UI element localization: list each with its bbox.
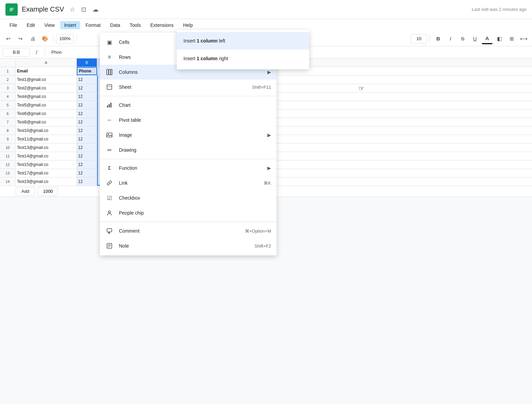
menu-item-comment[interactable]: Comment ⌘+Option+M bbox=[100, 223, 277, 238]
menu-item-link[interactable]: Link ⌘K bbox=[100, 175, 277, 190]
row-header-11[interactable]: 11 bbox=[0, 152, 15, 161]
cell-a7[interactable]: Test8@gmail.co bbox=[16, 118, 77, 126]
bold-button[interactable]: B bbox=[433, 33, 444, 44]
cell-a5[interactable]: Test5@gmail.co bbox=[16, 101, 77, 109]
insert-col-right-label: Insert 1 column right bbox=[183, 56, 228, 61]
row-header-6[interactable]: 6 bbox=[0, 110, 15, 118]
italic-button[interactable]: I bbox=[445, 33, 456, 44]
cell-b6[interactable]: 12 bbox=[77, 110, 97, 118]
row-header-7[interactable]: 7 bbox=[0, 118, 15, 127]
menu-edit[interactable]: Edit bbox=[23, 21, 39, 29]
add-button[interactable]: Add bbox=[16, 187, 35, 196]
people-label: People chip bbox=[119, 210, 271, 216]
row-header-12[interactable]: 12 bbox=[0, 161, 15, 169]
zoom-input[interactable] bbox=[56, 34, 74, 44]
cell-b3[interactable]: 12 bbox=[77, 84, 97, 92]
cell-a11[interactable]: Test14@gmail.co bbox=[16, 152, 77, 160]
submenu-insert-col-left[interactable]: Insert 1 column left bbox=[177, 32, 309, 50]
row-header-4[interactable]: 4 bbox=[0, 92, 15, 101]
pivot-label: Pivot table bbox=[119, 117, 271, 123]
link-label: Link bbox=[119, 180, 264, 186]
menu-item-checkbox[interactable]: ☑ Checkbox bbox=[100, 190, 277, 205]
cell-b12[interactable]: 12 bbox=[77, 161, 97, 169]
submenu-insert-col-right[interactable]: Insert 1 column right bbox=[177, 50, 309, 67]
row-header-14[interactable]: 14 bbox=[0, 178, 15, 186]
star-icon[interactable]: ☆ bbox=[68, 4, 76, 15]
row-header-2[interactable]: 2 bbox=[0, 75, 15, 84]
cell-a10[interactable]: Test13@gmail.co bbox=[16, 144, 77, 152]
menu-file[interactable]: File bbox=[5, 21, 21, 29]
menu-extensions[interactable]: Extensions bbox=[146, 21, 177, 29]
chart-icon bbox=[105, 101, 113, 109]
strikethrough-button[interactable]: S bbox=[457, 33, 468, 44]
row-header-1[interactable]: 1 bbox=[0, 67, 15, 75]
cell-a6[interactable]: Test6@gmail.co bbox=[16, 110, 77, 118]
menu-item-pivot[interactable]: ↔ Pivot table bbox=[100, 113, 277, 128]
menu-item-drawing[interactable]: ✏ Drawing bbox=[100, 142, 277, 157]
menu-item-chart[interactable]: Chart bbox=[100, 98, 277, 113]
add-count-input[interactable] bbox=[38, 187, 58, 196]
cell-b4[interactable]: 12 bbox=[77, 92, 97, 101]
borders-button[interactable]: ⊞ bbox=[506, 33, 517, 44]
link-shortcut: ⌘K bbox=[264, 181, 271, 186]
toolbar-separator-1 bbox=[53, 35, 53, 43]
col-header-a[interactable]: A bbox=[16, 58, 77, 67]
row-header-9[interactable]: 9 bbox=[0, 135, 15, 144]
cell-b5[interactable]: 12 bbox=[77, 101, 97, 109]
fill-color-button[interactable]: ◧ bbox=[494, 33, 505, 44]
cell-a13[interactable]: Test17@gmail.co bbox=[16, 169, 77, 177]
cell-b7[interactable]: 12 bbox=[77, 118, 97, 126]
svg-rect-15 bbox=[107, 229, 112, 232]
divider-1 bbox=[100, 96, 277, 96]
cell-b9[interactable]: 12 bbox=[77, 135, 97, 143]
svg-rect-9 bbox=[107, 105, 108, 107]
row-header-8[interactable]: 8 bbox=[0, 127, 15, 135]
menu-insert[interactable]: Insert bbox=[60, 21, 80, 29]
cell-a3[interactable]: Test2@gmail.co bbox=[16, 84, 77, 92]
menu-tools[interactable]: Tools bbox=[126, 21, 145, 29]
redo-button[interactable]: ↪ bbox=[15, 33, 26, 44]
menu-format[interactable]: Format bbox=[82, 21, 105, 29]
menu-view[interactable]: View bbox=[40, 21, 59, 29]
paint-format-button[interactable]: 🎨 bbox=[39, 33, 50, 44]
undo-button[interactable]: ↩ bbox=[3, 33, 14, 44]
font-size-input[interactable] bbox=[411, 34, 427, 44]
cell-a9[interactable]: Test11@gmail.co bbox=[16, 135, 77, 143]
formula-function-icon[interactable]: ƒ bbox=[32, 48, 41, 57]
menu-item-people[interactable]: People chip bbox=[100, 205, 277, 220]
cell-b8[interactable]: 12 bbox=[77, 127, 97, 135]
cell-b14[interactable]: 12 bbox=[77, 178, 97, 186]
menu-item-note[interactable]: Note Shift+F2 bbox=[100, 238, 277, 253]
columns-icon bbox=[105, 68, 113, 76]
print-button[interactable]: 🖨 bbox=[27, 33, 38, 44]
cell-a1[interactable]: Email bbox=[16, 67, 77, 75]
cell-reference-box[interactable]: B:B bbox=[3, 48, 30, 57]
row-header-10[interactable]: 10 bbox=[0, 144, 15, 152]
cell-b1[interactable]: Phone bbox=[77, 67, 97, 75]
cell-b10[interactable]: 12 bbox=[77, 144, 97, 152]
cell-a12[interactable]: Test15@gmail.co bbox=[16, 161, 77, 169]
col-header-b[interactable]: B bbox=[77, 58, 97, 67]
chart-label: Chart bbox=[119, 102, 271, 108]
cloud-icon[interactable]: ☁ bbox=[91, 4, 100, 15]
folder-icon[interactable]: ⊡ bbox=[80, 4, 88, 15]
cell-b2[interactable]: 12 bbox=[77, 75, 97, 84]
cell-a14[interactable]: Test19@gmail.co bbox=[16, 178, 77, 186]
menu-data[interactable]: Data bbox=[106, 21, 124, 29]
row-headers: 1 2 3 4 5 6 7 8 9 10 11 12 13 14 bbox=[0, 58, 16, 186]
row-header-13[interactable]: 13 bbox=[0, 169, 15, 178]
menu-item-function[interactable]: Σ Function ▶ bbox=[100, 161, 277, 175]
merge-button[interactable]: ⟷ bbox=[518, 33, 529, 44]
cell-b11[interactable]: 12 bbox=[77, 152, 97, 160]
menu-item-image[interactable]: Image ▶ bbox=[100, 128, 277, 142]
cell-a2[interactable]: Test1@gmail.co bbox=[16, 75, 77, 84]
menu-help[interactable]: Help bbox=[179, 21, 197, 29]
cell-a8[interactable]: Test10@gmail.co bbox=[16, 127, 77, 135]
underline-button[interactable]: U bbox=[469, 33, 480, 44]
row-header-3[interactable]: 3 bbox=[0, 84, 15, 92]
cell-a4[interactable]: Test4@gmail.co bbox=[16, 92, 77, 101]
menu-item-sheet[interactable]: Sheet Shift+F11 bbox=[100, 80, 277, 95]
row-header-5[interactable]: 5 bbox=[0, 101, 15, 110]
text-color-button[interactable]: A bbox=[482, 33, 493, 44]
cell-b13[interactable]: 12 bbox=[77, 169, 97, 177]
